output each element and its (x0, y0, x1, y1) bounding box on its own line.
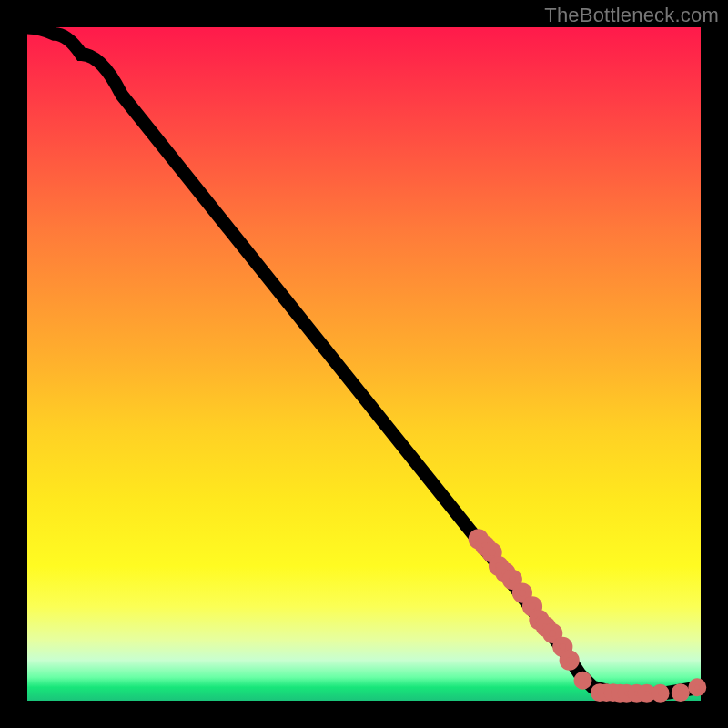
sample-dot (546, 627, 560, 641)
sample-dots-group (471, 532, 703, 699)
plot-area (27, 27, 701, 701)
sample-dot (562, 653, 576, 667)
bottleneck-curve (27, 27, 701, 694)
sample-dot (516, 586, 530, 600)
sample-dot (692, 682, 703, 693)
sample-dot (654, 688, 666, 700)
chart-stage: TheBottleneck.com (0, 0, 728, 728)
sample-dot (577, 675, 589, 687)
attribution-label: TheBottleneck.com (544, 4, 719, 27)
chart-svg (27, 27, 701, 701)
sample-dot (675, 687, 687, 699)
sample-dot (505, 572, 519, 586)
sample-dot (642, 688, 653, 700)
